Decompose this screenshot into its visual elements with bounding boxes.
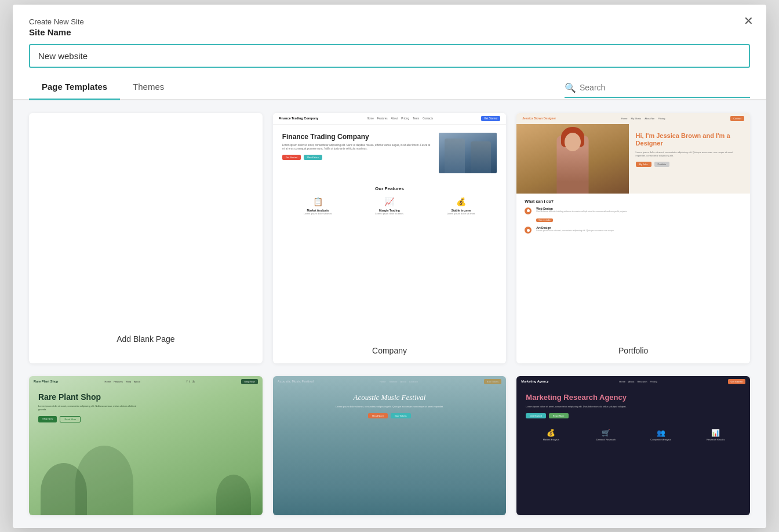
marketing-btn1: Get Started: [526, 413, 545, 418]
tab-page-templates[interactable]: Page Templates: [29, 77, 120, 100]
plant-nav: Rare Plant Shop Home Features Shop About…: [29, 376, 263, 387]
company-nav-cta: Get Started: [481, 116, 500, 121]
template-blank[interactable]: Add Blank Page: [29, 113, 263, 363]
tab-themes[interactable]: Themes: [120, 77, 177, 99]
portfolio-hero-img: [516, 124, 628, 194]
plant-btn1: Shop Now: [38, 416, 57, 422]
close-button[interactable]: ✕: [744, 15, 753, 27]
portfolio-btn2: Portfolio: [654, 162, 670, 167]
site-name-label: Site Name: [29, 27, 750, 37]
portfolio-label: Portfolio: [516, 339, 750, 363]
marketing-hero: Marketing Research Agency Lorem ipsum do…: [516, 387, 750, 425]
company-preview: Finance Trading Company Home Features Ab…: [273, 113, 507, 339]
company-feature-1: 📋 Market Analysis Lorem ipsum dolor sit …: [304, 197, 332, 215]
template-company[interactable]: Finance Trading Company Home Features Ab…: [273, 113, 507, 363]
plant-hero-title: Rare Plant Shop: [38, 393, 253, 402]
portfolio-hero: Hi, I'm Jessica Brown and I'm a Designer…: [516, 124, 750, 194]
site-name-input-row: [13, 44, 766, 68]
portfolio-nav-brand: Jessica Brown Designer: [522, 116, 556, 120]
marketing-btn2: Read More: [549, 413, 569, 418]
portfolio-hero-title: Hi, I'm Jessica Brown and I'm a Designer: [636, 132, 743, 147]
company-feature-2: 📈 Margin Trading Lorem ipsum dolor sit a…: [375, 197, 403, 215]
company-label: Company: [273, 339, 507, 363]
company-hero: Finance Trading Company Lorem ipsum dolo…: [273, 125, 507, 179]
portfolio-btn1: My Jobs: [636, 162, 651, 167]
tabs-search-row: Page Templates Themes 🔍: [13, 68, 766, 100]
portfolio-skills-title: What can i do?: [525, 199, 742, 203]
company-hero-title: Finance Trading Company: [282, 133, 432, 141]
company-feature-3: 💰 Stable Income Lorem ipsum dolor sit am…: [447, 197, 475, 215]
company-nav: Finance Trading Company Home Features Ab…: [273, 113, 507, 125]
marketing-nav: Marketing Agency Home About Research Pri…: [516, 376, 750, 387]
modal-header: Create New Site Site Name ✕: [13, 5, 766, 44]
company-features: Our Features 📋 Market Analysis Lorem ips…: [273, 179, 507, 339]
template-marketing[interactable]: Marketing Agency Home About Research Pri…: [516, 376, 750, 515]
template-portfolio[interactable]: Jessica Brown Designer Home My Works Abo…: [516, 113, 750, 363]
plant-btn2: Read More: [60, 416, 81, 422]
company-hero-desc: Lorem ipsum dolor sit amet, consectetur …: [282, 144, 432, 151]
template-plant[interactable]: Rare Plant Shop Home Features Shop About…: [29, 376, 263, 515]
portfolio-skills: What can i do? Web Design Use Mobirise w…: [516, 194, 750, 339]
music-hero: Acoustic Music Festival Lorem ipsum dolo…: [273, 387, 507, 425]
music-preview: Acoustic Music Festival Home Timeline Ab…: [273, 376, 507, 515]
music-hero-title: Acoustic Music Festival: [282, 393, 497, 402]
modal-title: Create New Site: [29, 17, 750, 26]
music-btn2: Buy Tickets: [391, 413, 410, 418]
search-icon: 🔍: [565, 82, 576, 93]
portfolio-nav-cta: Contact: [730, 116, 744, 121]
plant-preview: Rare Plant Shop Home Features Shop About…: [29, 376, 263, 515]
portfolio-nav: Jessica Brown Designer Home My Works Abo…: [516, 113, 750, 124]
marketing-nav-cta: Get Started: [728, 379, 745, 384]
portfolio-hero-desc: Lorem ipsum dolor sit amet, consectetur …: [636, 151, 743, 158]
bottom-templates-grid: Rare Plant Shop Home Features Shop About…: [13, 376, 766, 528]
search-box: 🔍: [565, 82, 750, 98]
music-hero-desc: Lorem ipsum dolor sit amet, consectetur …: [282, 405, 497, 409]
plant-nav-cta: Shop Now: [241, 379, 257, 384]
plant-hero: Rare Plant Shop Lorem ipsum dolor sit am…: [29, 387, 263, 428]
music-btn1: Read More: [368, 413, 388, 418]
top-templates-grid: Add Blank Page Finance Trading Company H…: [13, 100, 766, 376]
company-btn2: Read More: [304, 155, 322, 160]
portfolio-preview: Jessica Brown Designer Home My Works Abo…: [516, 113, 750, 339]
marketing-hero-desc: Lorem ipsum dolor sit amet, consectetur …: [526, 405, 642, 409]
company-features-title: Our Features: [282, 186, 497, 191]
company-hero-img: [439, 133, 497, 173]
company-nav-links: Home Features About Pricing Team Contact…: [367, 117, 433, 120]
plant-nav-brand: Rare Plant Shop: [34, 380, 58, 383]
site-name-input[interactable]: [29, 44, 750, 68]
marketing-nav-brand: Marketing Agency: [521, 380, 548, 383]
plant-hero-desc: Lorem ipsum dolor sit amet, consectetur …: [38, 405, 143, 411]
template-music[interactable]: Acoustic Music Festival Home Timeline Ab…: [273, 376, 507, 515]
search-input[interactable]: [580, 83, 750, 92]
company-nav-brand: Finance Trading Company: [279, 116, 319, 120]
marketing-hero-title: Marketing Research Agency: [526, 393, 741, 402]
company-btn1: Get Started: [282, 155, 301, 160]
marketing-features: 💰 Market Analysis 🛒 Demand Research 👥 Co…: [516, 424, 750, 446]
tabs: Page Templates Themes: [29, 77, 177, 99]
blank-label: Add Blank Page: [29, 327, 263, 352]
marketing-preview: Marketing Agency Home About Research Pri…: [516, 376, 750, 515]
blank-preview: [29, 113, 263, 327]
create-site-modal: Create New Site Site Name ✕ Page Templat…: [13, 5, 766, 528]
